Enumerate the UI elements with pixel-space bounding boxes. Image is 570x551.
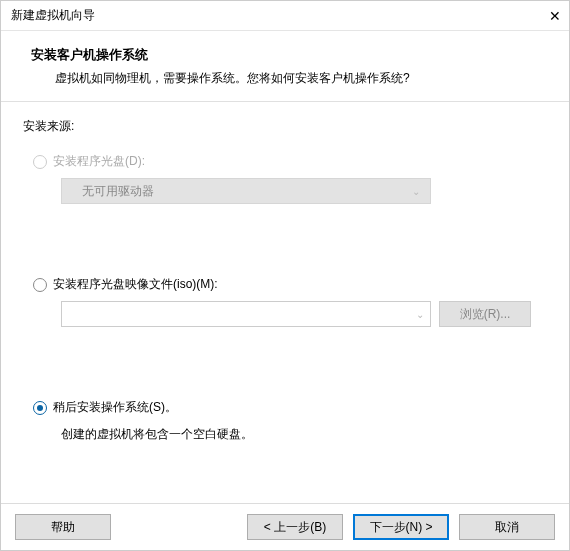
page-title: 安装客户机操作系统 [31, 47, 539, 64]
chevron-down-icon: ⌄ [412, 186, 420, 197]
drive-select[interactable]: 无可用驱动器 ⌄ [61, 178, 431, 204]
drive-select-value: 无可用驱动器 [82, 183, 154, 200]
option-iso[interactable]: 安装程序光盘映像文件(iso)(M): [33, 276, 547, 293]
radio-icon [33, 155, 47, 169]
wizard-footer: 帮助 < 上一步(B) 下一步(N) > 取消 [1, 503, 569, 550]
help-button[interactable]: 帮助 [15, 514, 111, 540]
install-options: 安装程序光盘(D): 无可用驱动器 ⌄ 安装程序光盘映像文件(iso)(M): … [33, 153, 547, 443]
option-later-note: 创建的虚拟机将包含一个空白硬盘。 [61, 426, 547, 443]
radio-icon [33, 278, 47, 292]
iso-row: ⌄ 浏览(R)... [33, 301, 547, 327]
titlebar: 新建虚拟机向导 ✕ [1, 1, 569, 31]
iso-path-input[interactable]: ⌄ [61, 301, 431, 327]
option-disc[interactable]: 安装程序光盘(D): [33, 153, 547, 170]
browse-button[interactable]: 浏览(R)... [439, 301, 531, 327]
option-later[interactable]: 稍后安装操作系统(S)。 [33, 399, 547, 416]
cancel-button[interactable]: 取消 [459, 514, 555, 540]
wizard-header: 安装客户机操作系统 虚拟机如同物理机，需要操作系统。您将如何安装客户机操作系统? [1, 31, 569, 101]
chevron-down-icon: ⌄ [416, 309, 424, 320]
next-button[interactable]: 下一步(N) > [353, 514, 449, 540]
window-title: 新建虚拟机向导 [11, 7, 95, 24]
option-iso-label: 安装程序光盘映像文件(iso)(M): [53, 276, 218, 293]
wizard-body: 安装来源: 安装程序光盘(D): 无可用驱动器 ⌄ 安装程序光盘映像文件(iso… [1, 102, 569, 503]
radio-icon [33, 401, 47, 415]
source-label: 安装来源: [23, 118, 547, 135]
close-icon[interactable]: ✕ [531, 8, 561, 24]
back-button[interactable]: < 上一步(B) [247, 514, 343, 540]
page-description: 虚拟机如同物理机，需要操作系统。您将如何安装客户机操作系统? [31, 64, 539, 87]
option-later-label: 稍后安装操作系统(S)。 [53, 399, 177, 416]
option-disc-label: 安装程序光盘(D): [53, 153, 145, 170]
